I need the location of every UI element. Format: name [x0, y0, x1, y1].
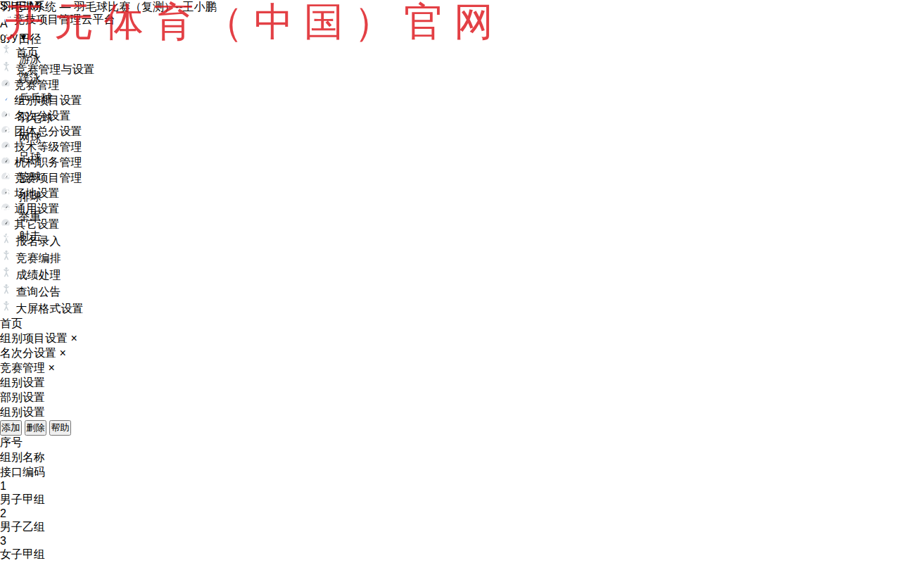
sport-item-tennis[interactable]: 网球 — [0, 126, 924, 146]
football-icon — [0, 151, 15, 163]
grid-icon — [0, 13, 13, 25]
close-tab-icon[interactable]: × — [59, 347, 65, 359]
sport-item-basketball[interactable]: 篮球 — [0, 165, 924, 185]
table-row[interactable]: 2 男子乙组 — [0, 507, 924, 535]
badminton-player-icon — [0, 303, 13, 315]
sport-item-badminton[interactable]: 羽毛球 — [0, 106, 924, 126]
sport-item-athletics[interactable]: 田径 — [0, 27, 924, 47]
sport-item-table-tennis[interactable]: 乒乓球 — [0, 87, 924, 106]
sport-item-football[interactable]: 足球 — [0, 146, 924, 165]
sidebar-item-competition-scheduling[interactable]: 竞赛编排 — [0, 249, 924, 266]
sport-item-volleyball[interactable]: 排球 — [0, 185, 924, 205]
subtab-group-settings[interactable]: 组别设置 — [0, 376, 924, 391]
sidebar-item-query-announcements[interactable]: 查询公告 — [0, 283, 924, 300]
group-settings-panel: 组别设置 添加 删除 帮助 序号 组别名称 接口编码 1 男子甲组 2 男子乙组 — [0, 405, 924, 562]
help-button[interactable]: 帮助 — [49, 420, 71, 436]
badminton-player-icon — [0, 252, 13, 264]
basketball-icon — [0, 171, 15, 183]
table-tennis-icon — [0, 92, 15, 104]
finswimming-icon — [0, 72, 15, 84]
table-row[interactable]: 1 男子甲组 — [0, 480, 924, 507]
group-toolbar: 添加 删除 帮助 — [0, 420, 924, 436]
tab-home[interactable]: 首页 — [0, 317, 924, 331]
platform-switcher[interactable]: 竞技项目管理云平台 — [0, 13, 924, 27]
tab-rank-score-settings[interactable]: 名次分设置 × — [0, 346, 924, 361]
table-row[interactable]: 3 女子甲组 — [0, 535, 924, 562]
heimi-logo[interactable]: S HEIMI — [0, 0, 924, 13]
tennis-icon — [0, 132, 15, 144]
tab-competition-management[interactable]: 竞赛管理 × — [0, 361, 924, 376]
sub-tab-bar: 组别设置 部别设置 — [0, 376, 924, 405]
table-header-row: 序号 组别名称 接口编码 — [0, 436, 924, 480]
swimming-icon — [0, 53, 15, 65]
badminton-player-icon — [0, 269, 13, 281]
platform-title: 竞技项目管理云平台 — [13, 13, 115, 25]
delete-button[interactable]: 删除 — [25, 420, 46, 436]
add-button[interactable]: 添加 — [0, 420, 22, 436]
sport-item-swimming[interactable]: 游泳 — [0, 47, 924, 67]
sidebar-item-bigscreen-format-settings[interactable]: 大屏格式设置 — [0, 300, 924, 317]
athletics-icon — [0, 33, 15, 45]
col-header-seq: 序号 — [0, 436, 924, 450]
weightlifting-icon — [0, 210, 15, 222]
logo-text: HEIMI — [11, 0, 42, 12]
close-tab-icon[interactable]: × — [48, 362, 54, 374]
sport-item-shooting[interactable]: 射击 — [0, 224, 924, 244]
panel-title: 组别设置 — [0, 405, 924, 420]
top-navbar: S HEIMI 竞技项目管理云平台 田径 游泳 蹼泳 乒乓球 羽毛球 — [0, 0, 924, 44]
badminton-player-icon — [0, 286, 13, 298]
tab-bar: 首页 组别项目设置 × 名次分设置 × 竞赛管理 × — [0, 317, 924, 376]
sport-item-weightlifting[interactable]: 举重 — [0, 205, 924, 224]
main-content: 首页 组别项目设置 × 名次分设置 × 竞赛管理 × 组别设置 部别设置 组别设… — [0, 317, 924, 563]
tab-group-item-settings[interactable]: 组别项目设置 × — [0, 331, 924, 346]
sidebar-item-results-processing[interactable]: 成绩处理 — [0, 266, 924, 283]
volleyball-icon — [0, 191, 15, 203]
sport-nav: 田径 游泳 蹼泳 乒乓球 羽毛球 网球 足球 篮球 — [0, 27, 924, 244]
subtab-department-settings[interactable]: 部别设置 — [0, 391, 924, 405]
logo-swoosh: S — [0, 0, 8, 12]
shooting-icon — [0, 230, 15, 242]
group-table: 序号 组别名称 接口编码 1 男子甲组 2 男子乙组 3 女子甲组 — [0, 436, 924, 562]
sport-item-finswimming[interactable]: 蹼泳 — [0, 67, 924, 87]
close-tab-icon[interactable]: × — [70, 332, 77, 344]
col-header-interface-code: 接口编码 — [0, 465, 924, 480]
col-header-group-name: 组别名称 — [0, 450, 924, 465]
badminton-icon — [0, 112, 15, 124]
